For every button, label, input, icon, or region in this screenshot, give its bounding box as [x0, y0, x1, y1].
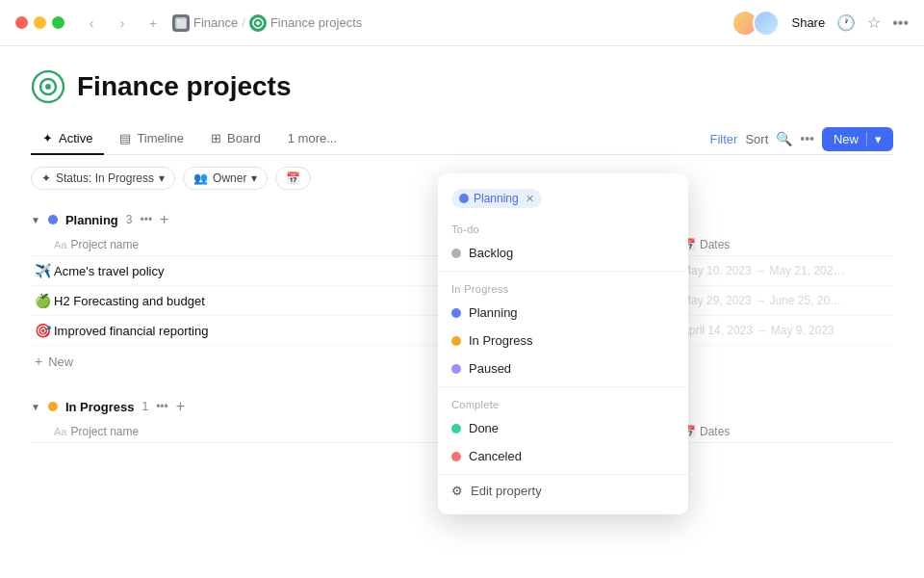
svg-point-6: [45, 84, 51, 90]
divider-1: [438, 271, 688, 272]
page-icon: [31, 69, 65, 104]
collapse-inprogress-icon[interactable]: ▼: [31, 402, 40, 412]
add-tab-button[interactable]: +: [141, 12, 165, 35]
inprogress-add-icon[interactable]: +: [176, 398, 185, 415]
owner-filter-label: Owner: [213, 171, 246, 185]
dropdown-item-planning[interactable]: Planning: [438, 299, 688, 327]
board-tab-icon: ⊞: [211, 131, 221, 145]
options-icon[interactable]: •••: [800, 131, 814, 146]
titlebar-right: Share 🕐 ☆ •••: [732, 10, 909, 37]
breadcrumb-page[interactable]: Finance projects: [270, 15, 362, 30]
new-button-arrow[interactable]: ▾: [866, 132, 882, 146]
history-icon[interactable]: 🕐: [836, 13, 856, 32]
aa-icon-2: Aa: [54, 426, 66, 437]
breadcrumb: ⬜ Finance / Finance projects: [172, 14, 724, 32]
edit-property-button[interactable]: ⚙ Edit property: [438, 474, 688, 507]
planning-count: 3: [126, 213, 133, 226]
section-complete-label: Complete: [438, 391, 688, 414]
inprogress-group-name: In Progress: [65, 400, 135, 414]
row-dates-1: May 10, 2023 → May 21, 202…: [681, 264, 893, 277]
inprogress-item-dot: [451, 336, 461, 346]
date-filter-icon: 📅: [286, 171, 300, 185]
dropdown-item-done[interactable]: Done: [438, 414, 688, 442]
divider-2: [438, 386, 688, 387]
filter-button[interactable]: Filter: [710, 132, 738, 146]
dropdown-item-paused[interactable]: Paused: [438, 355, 688, 382]
finance-projects-icon: [249, 14, 267, 32]
svg-point-3: [256, 21, 260, 25]
selected-planning-chip[interactable]: Planning ✕: [451, 189, 542, 208]
tab-active[interactable]: ✦ Active: [31, 123, 104, 155]
col-dates-2: 📅 Dates: [681, 425, 893, 438]
status-dropdown: Planning ✕ To-do Backlog In Progress Pla…: [438, 173, 688, 514]
row-icon-3: 🎯: [31, 323, 54, 338]
maximize-button[interactable]: [52, 16, 64, 29]
tabs: ✦ Active ▤ Timeline ⊞ Board 1 more... Fi…: [31, 123, 893, 155]
back-button[interactable]: ‹: [80, 12, 103, 35]
close-button[interactable]: [15, 16, 28, 29]
planning-dot: [48, 215, 58, 224]
row-dates-2: May 29, 2023 → June 25, 20…: [681, 294, 893, 307]
inprogress-item-label: In Progress: [469, 333, 532, 348]
paused-label: Paused: [469, 361, 511, 376]
tab-board[interactable]: ⊞ Board: [199, 123, 272, 155]
status-filter-chip[interactable]: ✦ Status: In Progress ▾: [31, 167, 175, 190]
timeline-tab-icon: ▤: [119, 131, 131, 145]
avatar-2: [753, 10, 780, 37]
new-button[interactable]: New ▾: [822, 127, 893, 151]
add-row-label: New: [48, 355, 73, 369]
sort-button[interactable]: Sort: [745, 132, 768, 146]
more-icon[interactable]: •••: [892, 14, 909, 32]
status-filter-chevron: ▾: [159, 171, 165, 185]
dropdown-item-canceled[interactable]: Canceled: [438, 442, 688, 470]
dropdown-item-inprogress[interactable]: In Progress: [438, 327, 688, 355]
done-label: Done: [469, 421, 499, 435]
owner-filter-icon: 👥: [193, 171, 208, 185]
date-filter-chip[interactable]: 📅: [275, 167, 311, 190]
owner-filter-chip[interactable]: 👥 Owner ▾: [183, 167, 268, 190]
planning-add-icon[interactable]: +: [160, 211, 168, 228]
planning-more-icon[interactable]: •••: [140, 213, 152, 226]
owner-filter-chevron: ▾: [251, 171, 257, 185]
tab-more[interactable]: 1 more...: [276, 123, 348, 155]
planning-item-label: Planning: [469, 305, 518, 320]
search-icon[interactable]: 🔍: [776, 131, 792, 146]
active-tab-icon: ✦: [42, 131, 53, 145]
status-filter-label: Status: In Progress: [56, 171, 154, 185]
inprogress-count: 1: [141, 400, 148, 413]
inprogress-more-icon[interactable]: •••: [156, 400, 168, 413]
section-inprogress-label: In Progress: [438, 276, 688, 299]
row-dates-3: April 14, 2023 → May 9, 2023: [681, 324, 893, 337]
traffic-lights: [15, 16, 64, 29]
col-dates: 📅 Dates: [681, 238, 893, 251]
section-todo-label: To-do: [438, 216, 688, 239]
planning-group-name: Planning: [65, 213, 118, 227]
canceled-label: Canceled: [469, 449, 522, 463]
add-row-icon: +: [35, 354, 42, 369]
inprogress-dot: [48, 402, 58, 411]
row-icon-1: ✈️: [31, 263, 54, 278]
svg-text:⬜: ⬜: [176, 18, 187, 29]
titlebar: ‹ › + ⬜ Finance / Finance projects Share…: [0, 0, 924, 46]
breadcrumb-section[interactable]: Finance: [193, 15, 238, 30]
selected-dot: [459, 194, 469, 203]
star-icon[interactable]: ☆: [867, 13, 881, 32]
chip-close-icon[interactable]: ✕: [526, 193, 534, 205]
backlog-dot: [451, 249, 461, 258]
status-filter-icon: ✦: [41, 171, 51, 185]
forward-button[interactable]: ›: [111, 12, 134, 35]
row-icon-2: 🍏: [31, 293, 54, 308]
dropdown-item-backlog[interactable]: Backlog: [438, 239, 688, 267]
page-title: Finance projects: [77, 71, 292, 102]
selected-chip-label: Planning: [474, 192, 519, 205]
share-button[interactable]: Share: [791, 15, 825, 30]
aa-icon: Aa: [54, 239, 66, 250]
tab-timeline[interactable]: ▤ Timeline: [108, 123, 195, 155]
edit-property-icon: ⚙: [451, 484, 463, 498]
done-dot: [451, 424, 461, 434]
collapse-planning-icon[interactable]: ▼: [31, 215, 40, 225]
paused-dot: [451, 364, 461, 374]
planning-item-dot: [451, 308, 461, 318]
canceled-dot: [451, 452, 461, 461]
minimize-button[interactable]: [34, 16, 46, 29]
